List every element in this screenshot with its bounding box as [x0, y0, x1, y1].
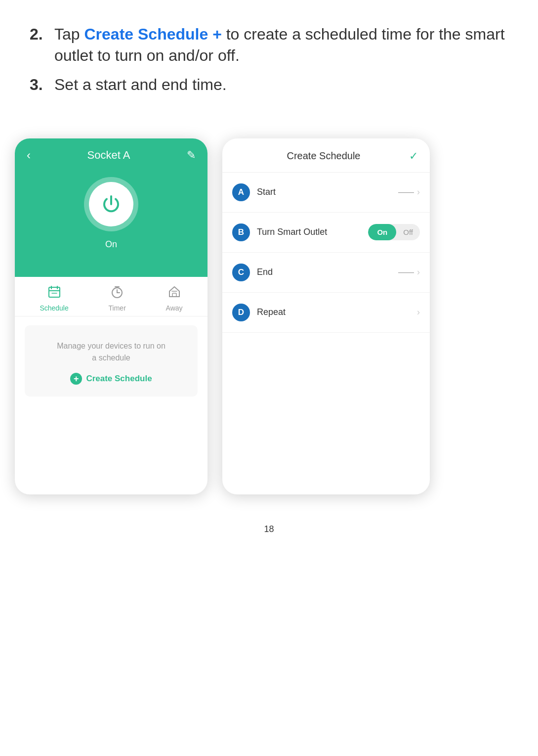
end-right: —— ›	[398, 267, 420, 277]
badge-c: C	[232, 264, 250, 281]
start-label: Start	[257, 187, 391, 197]
outlet-label: Turn Smart Outlet	[257, 227, 361, 237]
phones-container: ‹ Socket A ✎ On	[0, 129, 538, 504]
nav-schedule[interactable]: Schedule	[40, 285, 68, 312]
schedule-nav-label: Schedule	[40, 304, 68, 312]
on-off-toggle[interactable]: On Off	[368, 224, 420, 240]
schedule-card: Manage your devices to run ona schedule …	[25, 325, 198, 397]
create-schedule-title: Create Schedule	[287, 150, 361, 162]
schedule-row-outlet: B Turn Smart Outlet On Off	[222, 213, 430, 253]
socket-title: Socket A	[87, 149, 130, 162]
phone-left-header: ‹ Socket A ✎ On	[15, 138, 207, 277]
schedule-row-start: A Start —— ›	[222, 173, 430, 213]
phone-left-top-bar: ‹ Socket A ✎	[15, 148, 207, 162]
step2-number: 2.	[30, 24, 54, 45]
bottom-nav: Schedule Timer	[15, 277, 207, 316]
nav-away[interactable]: Away	[166, 285, 183, 312]
start-chevron: ›	[417, 187, 420, 197]
instructions-section: 2. Tap Create Schedule + to create a sch…	[0, 0, 538, 119]
schedule-row-end: C End —— ›	[222, 253, 430, 293]
svg-rect-9	[172, 293, 176, 297]
back-icon-left[interactable]: ‹	[27, 148, 31, 162]
away-icon	[167, 285, 181, 302]
toggle-on[interactable]: On	[368, 224, 396, 240]
start-right: —— ›	[398, 187, 420, 197]
page-number: 18	[0, 504, 538, 544]
power-on-label: On	[105, 239, 117, 250]
schedule-rows: A Start —— › B Turn Smart Outlet On Off	[222, 173, 430, 494]
step3-text: Set a start and end time.	[54, 74, 227, 95]
check-icon[interactable]: ✓	[409, 150, 418, 163]
schedule-row-repeat: D Repeat ›	[222, 293, 430, 333]
end-label: End	[257, 267, 391, 277]
end-dash: ——	[398, 268, 414, 277]
toggle-off[interactable]: Off	[396, 224, 420, 240]
away-nav-label: Away	[166, 304, 183, 312]
create-schedule-button[interactable]: + Create Schedule	[70, 373, 152, 385]
timer-icon	[110, 285, 124, 302]
outlet-toggle: On Off	[368, 224, 420, 240]
schedule-screen-header: ‹ Create Schedule ✓	[222, 138, 430, 173]
power-icon	[99, 192, 123, 216]
phone-right: ‹ Create Schedule ✓ A Start —— › B Turn …	[222, 138, 430, 494]
power-circle-outer	[84, 177, 138, 231]
step3-number: 3.	[30, 74, 54, 95]
plus-icon: +	[70, 373, 82, 385]
schedule-description: Manage your devices to run ona schedule	[57, 340, 166, 364]
instruction-step2: 2. Tap Create Schedule + to create a sch…	[30, 24, 508, 66]
schedule-icon	[47, 285, 61, 302]
badge-b: B	[232, 223, 250, 241]
badge-a: A	[232, 183, 250, 201]
repeat-label: Repeat	[257, 307, 410, 317]
edit-icon[interactable]: ✎	[187, 149, 196, 162]
instruction-step3: 3. Set a start and end time.	[30, 74, 508, 95]
nav-timer[interactable]: Timer	[109, 285, 126, 312]
repeat-right: ›	[417, 307, 420, 317]
step2-highlight: Create Schedule +	[84, 25, 221, 43]
end-chevron: ›	[417, 267, 420, 277]
start-dash: ——	[398, 188, 414, 197]
back-icon-right[interactable]: ‹	[234, 149, 238, 163]
phone-left: ‹ Socket A ✎ On	[15, 138, 207, 494]
repeat-chevron: ›	[417, 307, 420, 317]
power-button[interactable]	[89, 182, 133, 226]
step2-text: Tap Create Schedule + to create a schedu…	[54, 24, 508, 66]
svg-rect-0	[49, 287, 60, 297]
timer-nav-label: Timer	[109, 304, 126, 312]
badge-d: D	[232, 304, 250, 321]
create-schedule-label: Create Schedule	[86, 374, 152, 384]
